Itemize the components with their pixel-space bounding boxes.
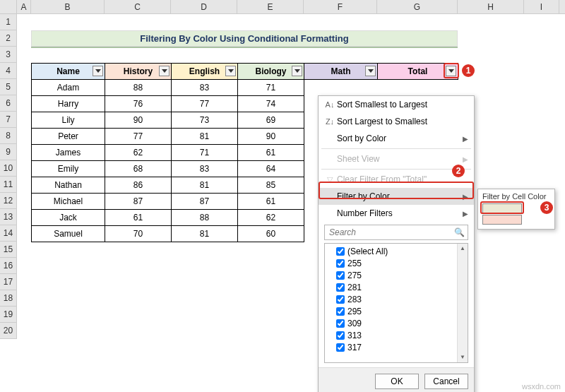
header-name[interactable]: Name — [32, 64, 105, 80]
filter-dropdown-icon[interactable] — [365, 66, 376, 76]
cell[interactable]: 77 — [105, 129, 172, 145]
checkbox[interactable] — [336, 343, 345, 352]
cell[interactable]: 71 — [172, 145, 238, 161]
scroll-up-icon[interactable]: ▲ — [458, 244, 468, 254]
filter-checklist[interactable]: (Select All) 255275281283295309313317 ▲ … — [324, 243, 468, 363]
cancel-button[interactable]: Cancel — [424, 374, 468, 389]
cell[interactable]: Peter — [32, 129, 105, 145]
cell[interactable]: 61 — [105, 210, 172, 226]
ok-button[interactable]: OK — [375, 374, 419, 389]
row-header[interactable]: 3 — [0, 47, 16, 63]
checkbox[interactable] — [336, 295, 345, 304]
cell[interactable]: 77 — [172, 96, 238, 112]
cell[interactable]: 68 — [105, 161, 172, 177]
filter-dropdown-icon[interactable] — [225, 66, 236, 76]
row-header[interactable]: 7 — [0, 112, 16, 128]
row-header[interactable]: 12 — [0, 193, 16, 209]
col-header[interactable]: D — [171, 0, 237, 13]
checkbox[interactable] — [336, 319, 345, 328]
row-header[interactable]: 5 — [0, 79, 16, 95]
cell[interactable]: 83 — [172, 161, 238, 177]
check-item[interactable]: 255 — [325, 257, 468, 269]
cell[interactable]: 83 — [172, 80, 238, 96]
cell[interactable]: 86 — [105, 177, 172, 194]
checkbox[interactable] — [336, 331, 345, 340]
checkbox[interactable] — [336, 271, 345, 280]
col-header[interactable]: E — [237, 0, 304, 13]
cell[interactable]: 73 — [172, 112, 238, 129]
filter-search-box[interactable]: 🔍 — [324, 225, 468, 240]
scrollbar[interactable]: ▲ ▼ — [457, 244, 468, 362]
col-header[interactable]: C — [105, 0, 171, 13]
cell[interactable]: Adam — [32, 80, 105, 96]
col-header[interactable]: F — [304, 0, 377, 13]
row-header[interactable]: 16 — [0, 258, 16, 274]
cell[interactable]: Jack — [32, 210, 105, 226]
search-input[interactable] — [328, 227, 454, 238]
row-header[interactable]: 14 — [0, 225, 16, 242]
checkbox[interactable] — [336, 247, 345, 256]
cell[interactable]: 81 — [172, 177, 238, 194]
menu-sort-asc[interactable]: A↓ Sort Smallest to Largest — [319, 96, 474, 113]
cell[interactable]: Nathan — [32, 177, 105, 194]
cell[interactable]: 61 — [238, 145, 304, 161]
check-item[interactable]: 295 — [325, 305, 468, 317]
row-header[interactable]: 11 — [0, 177, 16, 193]
check-item[interactable]: 283 — [325, 293, 468, 305]
cell[interactable]: 76 — [105, 96, 172, 112]
cell[interactable]: 81 — [172, 129, 238, 145]
row-header[interactable]: 1 — [0, 14, 16, 30]
row-header[interactable]: 18 — [0, 290, 16, 307]
cell[interactable]: 85 — [238, 177, 304, 194]
col-header[interactable]: A — [17, 0, 31, 13]
cell[interactable]: 70 — [105, 226, 172, 242]
cell[interactable]: 62 — [105, 145, 172, 161]
cell[interactable]: 61 — [238, 194, 304, 210]
menu-sort-desc[interactable]: Z↓ Sort Largest to Smallest — [319, 113, 474, 130]
cell[interactable]: 90 — [105, 112, 172, 129]
row-header[interactable]: 19 — [0, 307, 16, 323]
cell[interactable]: 88 — [105, 80, 172, 96]
check-item[interactable]: 313 — [325, 329, 468, 341]
cell[interactable]: 87 — [172, 194, 238, 210]
cell[interactable]: 81 — [172, 226, 238, 242]
checkbox[interactable] — [336, 259, 345, 268]
checkbox[interactable] — [336, 307, 345, 316]
cell[interactable]: James — [32, 145, 105, 161]
row-header[interactable]: 4 — [0, 63, 16, 79]
cell[interactable]: 69 — [238, 112, 304, 129]
cell[interactable]: 60 — [238, 226, 304, 242]
check-item[interactable]: 309 — [325, 317, 468, 329]
col-header[interactable]: B — [31, 0, 105, 13]
filter-dropdown-icon[interactable] — [292, 66, 302, 76]
header-history[interactable]: History — [105, 64, 172, 80]
checkbox[interactable] — [336, 283, 345, 292]
cell[interactable]: 90 — [238, 129, 304, 145]
cell[interactable]: 71 — [238, 80, 304, 96]
row-header[interactable]: 8 — [0, 128, 16, 144]
menu-sort-color[interactable]: Sort by Color ▶ — [319, 130, 474, 147]
row-header[interactable]: 6 — [0, 95, 16, 112]
row-header[interactable]: 10 — [0, 160, 16, 177]
check-item[interactable]: 317 — [325, 341, 468, 353]
row-header[interactable]: 2 — [0, 30, 16, 47]
cell[interactable]: 62 — [238, 210, 304, 226]
row-header[interactable]: 13 — [0, 209, 16, 225]
check-item[interactable]: 281 — [325, 281, 468, 293]
check-item[interactable]: 275 — [325, 269, 468, 281]
cell[interactable]: Emily — [32, 161, 105, 177]
row-header[interactable]: 17 — [0, 274, 16, 290]
cell[interactable]: Harry — [32, 96, 105, 112]
cell[interactable]: 74 — [238, 96, 304, 112]
header-math[interactable]: Math — [304, 64, 378, 80]
filter-dropdown-icon[interactable] — [159, 66, 170, 76]
check-item-select-all[interactable]: (Select All) — [325, 245, 468, 257]
scroll-down-icon[interactable]: ▼ — [458, 352, 468, 362]
header-biology[interactable]: Biology — [238, 64, 304, 80]
menu-number-filters[interactable]: Number Filters ▶ — [319, 205, 474, 222]
select-all-corner[interactable] — [0, 0, 17, 13]
row-header[interactable]: 15 — [0, 242, 16, 258]
col-header[interactable]: G — [377, 0, 458, 13]
cell[interactable]: 88 — [172, 210, 238, 226]
filter-dropdown-icon[interactable] — [93, 66, 103, 76]
